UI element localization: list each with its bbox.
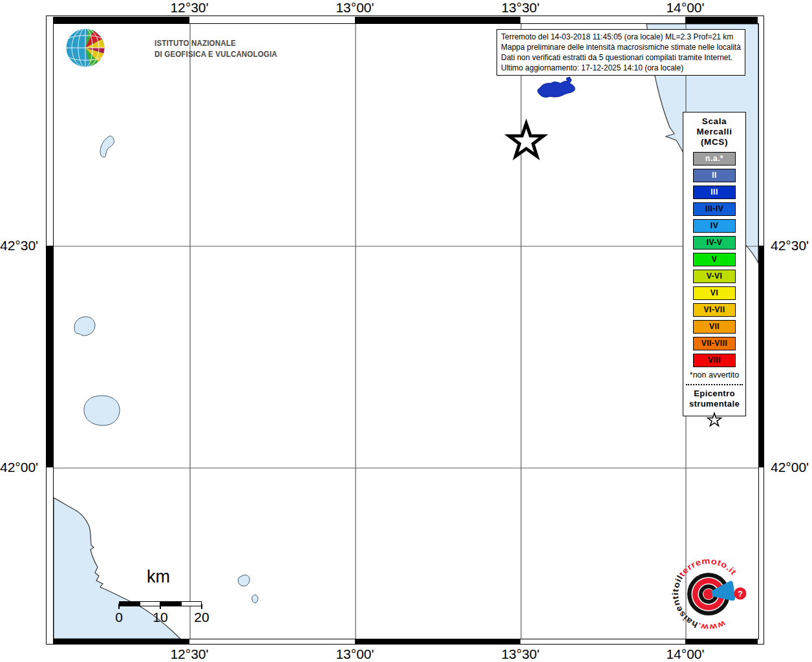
scale-bar-tick bbox=[201, 604, 202, 609]
scale-bar-label-10: 10 bbox=[146, 610, 175, 625]
axis-label-lon-bottom-3: 14°00' bbox=[650, 646, 721, 662]
ingv-name-line2: DI GEOFISICA E VULCANOLOGIA bbox=[155, 49, 277, 60]
scale-bar-segment bbox=[140, 601, 160, 606]
map-canvas: ISTITUTO NAZIONALE DI GEOFISICA E VULCAN… bbox=[53, 23, 759, 639]
axis-label-lat-right-0: 42°30' bbox=[771, 238, 812, 253]
legend-swatch-vii: VII bbox=[693, 320, 736, 334]
scale-bar-segment bbox=[119, 601, 140, 606]
event-info-line: Mappa preliminare delle intensità macros… bbox=[501, 42, 741, 52]
legend-swatch-v-vi: V-VI bbox=[693, 270, 736, 283]
axis-label-lon-bottom-1: 13°00' bbox=[319, 646, 390, 662]
legend-swatch-vi-vii: VI-VII bbox=[693, 303, 736, 317]
legend-swatch-iv-v: IV-V bbox=[693, 236, 736, 250]
axis-label-lon-top-1: 13°00' bbox=[319, 0, 390, 16]
frame-segment bbox=[47, 246, 53, 467]
question-mark: ? bbox=[738, 589, 743, 599]
frame-segment bbox=[53, 17, 189, 23]
axis-label-lon-top-2: 13°30' bbox=[485, 0, 556, 16]
mcs-legend: Scala Mercalli (MCS) n.a.* II III III-IV… bbox=[683, 112, 746, 416]
legend-footnote: *non avvertito bbox=[683, 370, 745, 379]
legend-swatch-v: V bbox=[693, 253, 736, 266]
scale-bar-tick bbox=[160, 604, 161, 609]
ingv-name-line1: ISTITUTO NAZIONALE bbox=[155, 38, 277, 49]
lake-albano bbox=[238, 575, 250, 586]
legend-swatch-iii-iv: III-IV bbox=[693, 202, 736, 216]
legend-swatch-iii: III bbox=[693, 186, 736, 199]
legend-swatch-ii: II bbox=[693, 169, 736, 182]
legend-swatch-na: n.a.* bbox=[693, 152, 736, 166]
scale-bar-label-20: 20 bbox=[187, 610, 216, 625]
scale-bar-label-0: 0 bbox=[105, 610, 133, 625]
watermark-url-www: www. bbox=[696, 619, 727, 633]
lake-bracciano bbox=[84, 396, 120, 425]
ingv-globe-icon bbox=[65, 28, 105, 68]
ingv-shakemap-page: { "axes": { "top": ["12°30'", "13°00'", … bbox=[0, 0, 812, 662]
axis-label-lat-right-1: 42°00' bbox=[771, 460, 812, 475]
axis-label-lat-left-1: 42°00' bbox=[0, 460, 43, 475]
legend-swatch-vii-viii: VII-VIII bbox=[693, 337, 736, 350]
scale-bar-segment bbox=[160, 601, 181, 606]
legend-swatch-iv: IV bbox=[693, 219, 736, 233]
legend-swatch-vi: VI bbox=[693, 286, 736, 300]
axis-label-lon-bottom-2: 13°30' bbox=[485, 646, 556, 662]
legend-star-icon bbox=[683, 412, 745, 431]
haisentitoilterremoto-logo-icon: ? www.haisentitoilterremoto.it bbox=[663, 549, 754, 639]
frame-segment bbox=[355, 17, 520, 23]
ingv-logo: ISTITUTO NAZIONALE DI GEOFISICA E VULCAN… bbox=[65, 28, 279, 69]
frame-segment bbox=[685, 17, 758, 23]
axis-label-lat-left-0: 42°30' bbox=[0, 238, 43, 253]
legend-title: Scala Mercalli (MCS) bbox=[683, 116, 745, 147]
event-info-line: Terremoto del 14-03-2018 11:45:05 (ora l… bbox=[501, 32, 741, 42]
scale-bar-segment bbox=[181, 601, 202, 606]
map-layer bbox=[54, 24, 758, 639]
legend-swatch-viii: VIII bbox=[693, 354, 736, 367]
epicenter-star-icon bbox=[509, 123, 543, 156]
axis-label-lon-top-0: 12°30' bbox=[154, 0, 225, 16]
lake-small-north bbox=[100, 136, 114, 157]
legend-swatches: n.a.* II III III-IV IV IV-V V V-VI VI VI… bbox=[683, 152, 745, 367]
legend-epicenter-label: Epicentro strumentale bbox=[683, 389, 745, 409]
lake-nemi bbox=[252, 595, 258, 603]
event-info-line: Ultimo aggiornamento: 17-12-2025 14:10 (… bbox=[501, 63, 741, 73]
scale-bar-unit: km bbox=[129, 567, 187, 587]
legend-separator bbox=[686, 384, 743, 385]
haisentitoilterremoto-watermark: ? www.haisentitoilterremoto.it bbox=[663, 549, 754, 639]
lake-campotosto bbox=[538, 77, 575, 97]
event-info-box: Terremoto del 14-03-2018 11:45:05 (ora l… bbox=[497, 29, 745, 76]
axis-label-lon-top-3: 14°00' bbox=[650, 0, 721, 16]
axis-label-lon-bottom-0: 12°30' bbox=[154, 646, 225, 662]
event-info-line: Dati non verificati estratti da 5 questi… bbox=[501, 52, 741, 63]
scale-bar-tick bbox=[118, 604, 120, 609]
lake-vico bbox=[74, 317, 95, 336]
